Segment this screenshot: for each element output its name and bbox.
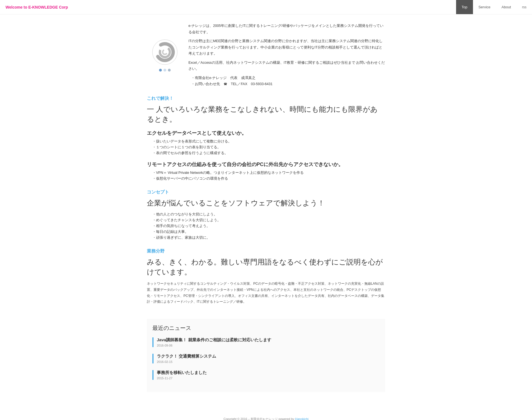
- remote-bullets: VPN＝ Virtual Private Networkの略。つまりインターネッ…: [147, 170, 385, 181]
- excel-subheading: エクセルをデータベースとして使えないか。: [147, 130, 385, 136]
- dot-lightblue: [163, 69, 166, 72]
- excel-bullet-2: 表の間でセルの参照を行うように構成する。: [152, 151, 385, 156]
- excel-bullet-1: １つのシートに１つの表を割り当てる。: [152, 145, 385, 150]
- footer: Copyright © 2016 – 有限会社e-ナレッジ powered by…: [0, 411, 532, 420]
- concept-label: コンセプト: [147, 189, 385, 195]
- nav-service[interactable]: Service: [473, 0, 496, 14]
- concept-heading: 企業が悩んでいることをソフトウェアで解決しよう！: [147, 198, 385, 208]
- concept-bullet-3: 毎日の記録は大事。: [152, 230, 385, 234]
- news-item-0: Java講師募集！ 就業条件のご相談には柔軟に対応いたします 2016-09-0…: [152, 337, 380, 347]
- news-item-date-1: 2016-02-15: [157, 360, 380, 363]
- news-item-1: ラクラク！ 交通費精算システム 2016-02-15: [152, 354, 380, 363]
- footer-text: Copyright © 2016 – 有限会社e-ナレッジ powered by: [223, 417, 294, 420]
- dot-blue: [159, 69, 162, 72]
- site-title: Welcome to E-KNOWLEDGE Corp: [6, 5, 456, 9]
- news-section: 最近のニュース Java講師募集！ 就業条件のご相談には柔軟に対応いたします 2…: [147, 319, 385, 392]
- concept-section: コンセプト 企業が悩んでいることをソフトウェアで解決しよう！ 他の人とのつながり…: [147, 189, 385, 240]
- contact-item-0: 有限会社e-ナレッジ 代表 成澤真之: [191, 75, 385, 81]
- nav-about[interactable]: About: [496, 0, 516, 14]
- remote-bullet-1: 仮想化サーバーの中にパソコンの環境を作る: [152, 176, 385, 181]
- field-section: 業務分野 みる、きく、わかる。難しい専門用語をなるべく使わずにご説明を心がけてい…: [147, 248, 385, 305]
- dot-gray: [168, 69, 171, 72]
- intro-text: e-ナレッジは、2005年に創業したITに関するトレーニング/研修やパッケージを…: [188, 23, 385, 87]
- concept-bullets: 他の人とのつながりを大切にしよう。 めぐってきたチャンスを大切にしよう。 相手の…: [147, 212, 385, 240]
- resolve-heading: 一 人でいろいろな業務をこなしきれない、時間にも能力にも限界があるとき。: [147, 104, 385, 124]
- news-item-title-0[interactable]: Java講師募集！ 就業条件のご相談には柔軟に対応いたします: [157, 337, 380, 343]
- news-title: 最近のニュース: [152, 324, 380, 332]
- excel-bullets: 扱いたいデータを表形式にして複数に分ける。 １つのシートに１つの表を割り当てる。…: [147, 139, 385, 156]
- remote-bullet-0: VPN＝ Virtual Private Networkの略。つまりインターネッ…: [152, 170, 385, 175]
- nav: Top Service About: [456, 0, 516, 14]
- contact-list: 有限会社e-ナレッジ 代表 成澤真之 お問い合わせ先 ☎ TEL／FAX 03-…: [188, 75, 385, 87]
- field-description: ネットワークセキュリティに関するコンサルティング・ウイルス対策、PCのデータの暗…: [147, 281, 385, 305]
- news-item-date-2: 2015-11-27: [157, 376, 380, 380]
- news-item-2: 事務所を移転いたしました 2015-11-27: [152, 370, 380, 380]
- concept-bullet-1: めぐってきたチャンスを大切にしよう。: [152, 218, 385, 223]
- main-content: e-ナレッジは、2005年に創業したITに関するトレーニング/研修やパッケージを…: [141, 14, 391, 400]
- nav-top[interactable]: Top: [456, 0, 473, 14]
- logo-dots: [159, 69, 171, 72]
- field-label: 業務分野: [147, 248, 385, 254]
- concept-bullet-2: 相手の気持ちになって考えよう。: [152, 224, 385, 228]
- news-item-title-2[interactable]: 事務所を移転いたしました: [157, 370, 380, 375]
- resolve-label: これで解決！: [147, 96, 385, 101]
- resolve-section: これで解決！ 一 人でいろいろな業務をこなしきれない、時間にも能力にも限界がある…: [147, 96, 385, 181]
- concept-bullet-4: 頑張り過ぎずに、家族は大切に。: [152, 235, 385, 240]
- footer-link[interactable]: Hanokichi: [295, 417, 308, 420]
- contact-item-1: お問い合わせ先 ☎ TEL／FAX 03-5933-6431: [191, 81, 385, 87]
- remote-subheading: リモートアクセスの仕組みを使って自分の会社のPCに外出先からアクセスできないか。: [147, 161, 385, 168]
- rss-link[interactable]: rss: [522, 5, 526, 9]
- spiral-icon: [151, 38, 179, 66]
- news-item-date-0: 2016-09-06: [157, 344, 380, 347]
- news-item-title-1[interactable]: ラクラク！ 交通費精算システム: [157, 354, 380, 359]
- concept-bullet-0: 他の人とのつながりを大切にしよう。: [152, 212, 385, 217]
- intro-desc2: ITの分野は主にMEE関連の分野と業務システム関連の分野に分かれますが、当社は主…: [188, 38, 385, 57]
- intro-section: e-ナレッジは、2005年に創業したITに関するトレーニング/研修やパッケージを…: [147, 23, 385, 87]
- field-heading: みる、きく、わかる。難しい専門用語をなるべく使わずにご説明を心がけています。: [147, 257, 385, 277]
- excel-bullet-0: 扱いたいデータを表形式にして複数に分ける。: [152, 139, 385, 144]
- logo-area: [147, 23, 183, 87]
- intro-desc1: e-ナレッジは、2005年に創業したITに関するトレーニング/研修やパッケージを…: [188, 23, 385, 35]
- intro-desc3: Excel／Accessの活用、社内ネットワークシステムの構築、IT教育・研修に…: [188, 60, 385, 72]
- header: Welcome to E-KNOWLEDGE Corp Top Service …: [0, 0, 532, 14]
